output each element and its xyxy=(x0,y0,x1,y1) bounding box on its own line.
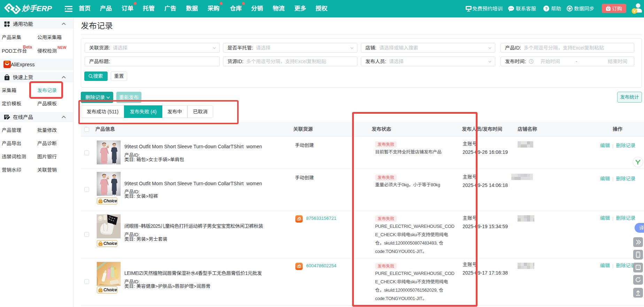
svg-text:?: ? xyxy=(637,266,639,269)
svg-text:V: V xyxy=(633,9,636,14)
svg-text:?: ? xyxy=(545,7,548,11)
